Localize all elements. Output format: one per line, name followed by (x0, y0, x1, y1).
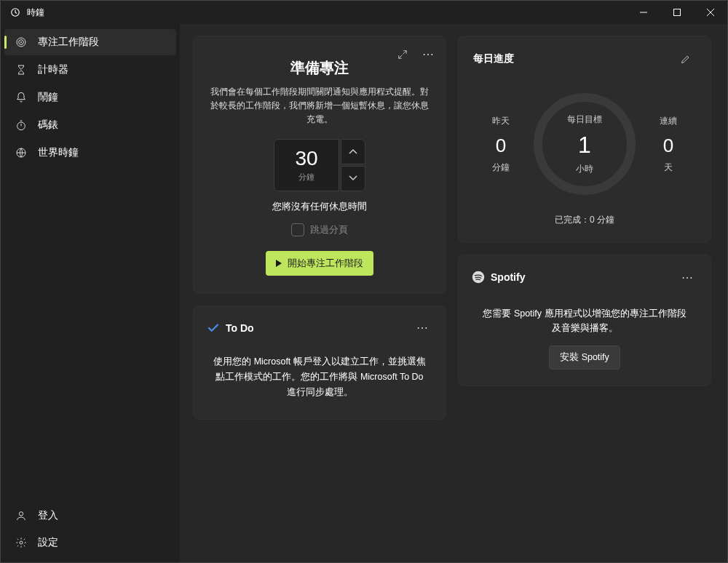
todo-title: To Do (226, 322, 254, 334)
todo-card: To Do ⋯ 使用您的 Microsoft 帳戶登入以建立工作，並挑選焦點工作… (193, 306, 446, 420)
spotify-card: Spotify ⋯ 您需要 Spotify 應用程式以增強您的專注工作階段及音樂… (458, 255, 711, 386)
skip-breaks-label: 跳過分頁 (310, 223, 348, 236)
titlebar: 時鐘 (1, 1, 727, 24)
maximize-button[interactable] (660, 1, 694, 24)
nav-label: 專注工作階段 (38, 36, 99, 49)
svg-point-8 (17, 122, 25, 130)
skip-breaks-checkbox[interactable] (291, 223, 304, 236)
spotify-body: 您需要 Spotify 應用程式以增強您的專注工作階段及音樂與播客。 (472, 303, 697, 346)
duration-picker: 30 分鐘 (208, 139, 431, 191)
bell-icon (15, 91, 28, 104)
nav-label: 鬧鐘 (38, 91, 58, 104)
target-icon (15, 36, 28, 49)
svg-point-11 (20, 541, 23, 544)
sidebar-item-stopwatch[interactable]: 碼錶 (4, 112, 176, 138)
more-button[interactable]: ⋯ (677, 267, 697, 287)
more-button[interactable]: ⋯ (418, 44, 438, 64)
decrease-button[interactable] (341, 166, 365, 191)
spotify-icon (472, 271, 485, 284)
daily-progress-card: 每日進度 昨天 0 分鐘 每日目標 1 小時 (458, 36, 711, 243)
play-icon (276, 260, 282, 267)
clock-app-icon (9, 7, 21, 18)
duration-value: 30 (295, 147, 317, 170)
spotify-title: Spotify (491, 271, 525, 283)
sidebar-item-worldclock[interactable]: 世界時鐘 (4, 140, 176, 166)
svg-point-7 (20, 41, 22, 43)
completed-text: 已完成：0 分鐘 (473, 214, 696, 226)
minimize-button[interactable] (627, 1, 660, 24)
nav-label: 世界時鐘 (38, 146, 79, 159)
todo-icon (207, 322, 220, 335)
sidebar-item-focus[interactable]: 專注工作階段 (4, 29, 176, 55)
sidebar-item-alarm[interactable]: 鬧鐘 (4, 84, 176, 111)
globe-icon (15, 146, 28, 159)
svg-point-10 (19, 512, 23, 516)
focus-card: ⋯ 準備專注 我們會在每個工作階段期間關閉通知與應用程式提醒。對於較長的工作階段… (193, 36, 446, 294)
break-info: 您將沒有任何休息時間 (208, 200, 431, 213)
nav-label: 登入 (38, 509, 58, 522)
sidebar-settings[interactable]: 設定 (4, 530, 176, 556)
progress-title: 每日進度 (473, 52, 514, 65)
hourglass-icon (15, 63, 28, 76)
nav-label: 碼錶 (38, 119, 58, 132)
main-content: ⋯ 準備專注 我們會在每個工作階段期間關閉通知與應用程式提醒。對於較長的工作階段… (180, 24, 727, 562)
person-icon (15, 509, 28, 522)
gear-icon (15, 536, 28, 549)
sidebar-signin[interactable]: 登入 (4, 503, 176, 529)
goal-ring: 每日目標 1 小時 (528, 87, 641, 201)
sidebar-item-timer[interactable]: 計時器 (4, 57, 176, 83)
app-title: 時鐘 (27, 7, 44, 19)
edit-button[interactable] (674, 48, 696, 70)
stat-yesterday: 昨天 0 分鐘 (479, 115, 523, 174)
start-focus-button[interactable]: 開始專注工作階段 (266, 251, 373, 276)
close-button[interactable] (694, 1, 727, 24)
compact-view-button[interactable] (392, 44, 414, 65)
start-label: 開始專注工作階段 (288, 257, 363, 270)
svg-rect-2 (674, 9, 681, 16)
focus-description: 我們會在每個工作階段期間關閉通知與應用程式提醒。對於較長的工作階段，我們將新增一… (208, 85, 431, 127)
sidebar: 專注工作階段 計時器 鬧鐘 碼錶 世界時鐘 登入 設定 (1, 24, 180, 562)
increase-button[interactable] (341, 139, 365, 164)
stopwatch-icon (15, 119, 28, 132)
more-button[interactable]: ⋯ (412, 318, 432, 338)
install-spotify-button[interactable]: 安裝 Spotify (549, 346, 620, 370)
nav-label: 計時器 (38, 63, 68, 76)
nav-label: 設定 (38, 536, 58, 549)
stat-streak: 連續 0 天 (646, 115, 690, 174)
duration-unit: 分鐘 (298, 172, 314, 183)
todo-body: 使用您的 Microsoft 帳戶登入以建立工作，並挑選焦點工作模式的工作。您的… (207, 354, 432, 401)
duration-display[interactable]: 30 分鐘 (274, 139, 339, 191)
